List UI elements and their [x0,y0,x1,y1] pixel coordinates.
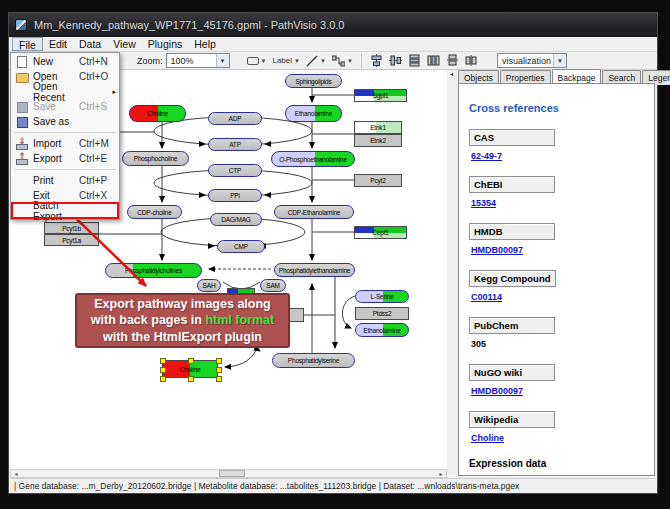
title-bar[interactable]: Mm_Kennedy_pathway_WP1771_45176.gpml - P… [9,13,657,37]
pathway-node-dag-mag[interactable]: DAG/MAG [210,213,262,226]
distribute-horizontal-button[interactable] [424,53,443,69]
selection-handle[interactable] [188,376,194,382]
crossref-link[interactable]: Choline [471,433,654,443]
pathway-node-phosphatidylethanolamine[interactable]: Phosphatidylethanolamine [274,263,355,277]
submenu-arrow-icon: ▸ [112,88,116,96]
align-center-horizontal-button[interactable] [367,53,386,69]
crossref-link[interactable]: C00114 [471,292,654,302]
pathway-node-sgpl1[interactable]: Sgpl1 [354,89,407,102]
pathway-node-cept1[interactable]: Cept1 [354,226,407,239]
pathway-node-phosphatidylserine[interactable]: Phosphatidylserine [272,353,355,368]
pathway-node-ppi[interactable]: PPi [208,189,262,202]
file-menu-item-new[interactable]: NewCtrl+N [12,54,118,69]
expression-data-heading: Expression data [469,458,654,469]
pathway-node-sah[interactable]: SAH [197,279,221,292]
zoom-combo[interactable]: 100% ▼ [166,53,230,68]
crossref-link[interactable]: 15354 [471,198,654,208]
selection-handle[interactable] [160,376,166,382]
import-icon [14,138,30,149]
tab-backpage[interactable]: Backpage [552,69,602,84]
pathway-node-phosphatidylcholines[interactable]: Phosphatidylcholines [105,263,202,278]
pathway-node-adp[interactable]: ADP [208,112,262,125]
pathway-node-cdp-choline[interactable]: CDP-choline [127,205,182,219]
label-tool-button[interactable]: Label ▼ [269,53,303,69]
chevron-down-icon: ▼ [320,58,326,64]
selection-handle[interactable] [160,358,166,364]
chevron-down-icon: ▼ [347,58,353,64]
crossref-section-hmdb: HMDBHMDB00097 [469,221,654,255]
callout-text-post: with the HtmlExport plugin [103,330,262,344]
crossref-section-cas: CAS62-49-7 [469,127,654,161]
crossref-section-kegg-compound: Kegg CompoundC00114 [469,268,654,302]
pathway-node-phosphocholine[interactable]: Phosphocholine [122,151,189,166]
crossref-link[interactable]: 62-49-7 [471,151,654,161]
menubar-item-plugins[interactable]: Plugins [142,37,188,51]
pathway-node-ethanolamine[interactable]: Ethanolamine [355,323,409,337]
pathway-node-pcyt1a[interactable]: Pcyt1a [44,234,99,246]
gene-product-tool-button[interactable]: ▼ [244,53,270,69]
line-tool-button[interactable]: ▼ [303,53,329,69]
pathway-node-pcyt1b[interactable]: Pcyt1b [44,222,99,234]
pathway-node-sam[interactable]: SAM [260,279,286,292]
menubar-item-help[interactable]: Help [188,37,222,51]
pathway-node-cmp[interactable]: CMP [217,240,265,253]
stack-vertical-button[interactable] [443,53,462,69]
stack-vertical-icon [446,54,459,67]
file-menu-item-open-recent[interactable]: Open Recent▸ [12,84,118,99]
window-title: Mm_Kennedy_pathway_WP1771_45176.gpml - P… [34,19,344,31]
selection-handle[interactable] [188,358,194,364]
file-menu-item-save-as[interactable]: Save as [12,114,118,129]
selection-handle[interactable] [216,367,222,373]
pathway-node-choline[interactable]: Choline [162,360,218,378]
pathway-node-sphingolipids[interactable]: Sphingolipids [285,74,342,88]
chevron-down-icon: ▼ [294,58,300,64]
pathway-node-pcyt2[interactable]: Pcyt2 [354,174,402,187]
file-menu-item-print[interactable]: PrintCtrl+P [12,173,118,188]
collapse-arrow-icon[interactable]: ◂ [450,71,453,77]
connector-tool-button[interactable]: ▼ [329,53,356,69]
crossref-link[interactable]: HMDB00097 [471,386,654,396]
backpage-content: Cross references CAS62-49-7ChEBI15354HMD… [458,83,655,476]
scroll-right-icon[interactable]: ▸ [436,470,446,477]
crossref-section-title: Wikipedia [469,411,555,428]
pathway-node-cdp-ethanolamine[interactable]: CDP-Ethanolamine [274,205,354,219]
chevron-down-icon[interactable]: ▼ [553,54,566,67]
crossref-value: 305 [471,339,654,349]
stack-horizontal-button[interactable] [462,53,481,69]
visualization-select[interactable]: visualization ▼ [497,53,567,68]
crossref-link[interactable]: HMDB00097 [471,245,654,255]
file-menu-item-save[interactable]: SaveCtrl+S [12,99,118,114]
menubar-item-edit[interactable]: Edit [43,37,73,51]
chevron-down-icon: ▼ [261,58,267,64]
selection-handle[interactable] [216,358,222,364]
scrollbar-thumb[interactable] [219,470,245,477]
pathway-node-etnk2[interactable]: Etnk2 [354,134,402,147]
horizontal-scrollbar[interactable]: ◂ ▸ [10,469,447,478]
stack-horizontal-icon [465,54,478,67]
distribute-vertical-button[interactable] [405,53,424,69]
pathway-node-atp[interactable]: ATP [208,138,262,151]
scroll-left-icon[interactable]: ◂ [11,470,21,477]
pathway-node-etnk1[interactable]: Etnk1 [354,121,402,134]
screenshot-stage: Mm_Kennedy_pathway_WP1771_45176.gpml - P… [0,0,670,509]
pathway-node-ctp[interactable]: CTP [208,164,262,177]
selection-handle[interactable] [216,376,222,382]
pathway-node-ethanolamine[interactable]: Ethanolamine [285,105,342,122]
file-menu-item-batch-export[interactable]: Batch Export [12,203,118,218]
pathway-node-ptdss2[interactable]: Ptdss2 [355,307,409,320]
pathway-node-o-phosphoethanolamine[interactable]: O-Phosphoethanolamine [271,151,355,167]
menubar-item-view[interactable]: View [107,37,142,51]
pathway-node-l-serine[interactable]: L-Serine [355,290,409,303]
menubar-item-file[interactable]: File [12,37,43,51]
align-center-vertical-button[interactable] [386,53,405,69]
file-menu-item-export[interactable]: ExportCtrl+E [12,151,118,166]
scrollbar-track[interactable] [21,470,436,477]
menubar-item-data[interactable]: Data [73,37,107,51]
chevron-down-icon[interactable]: ▼ [216,54,229,67]
file-menu-item-import[interactable]: ImportCtrl+M [12,136,118,151]
pathway-node-choline[interactable]: Choline [129,105,186,122]
zoom-label: Zoom: [137,56,163,66]
selection-handle[interactable] [160,367,166,373]
connector-icon [332,55,345,67]
panel-splitter[interactable]: ◂ [447,70,456,478]
